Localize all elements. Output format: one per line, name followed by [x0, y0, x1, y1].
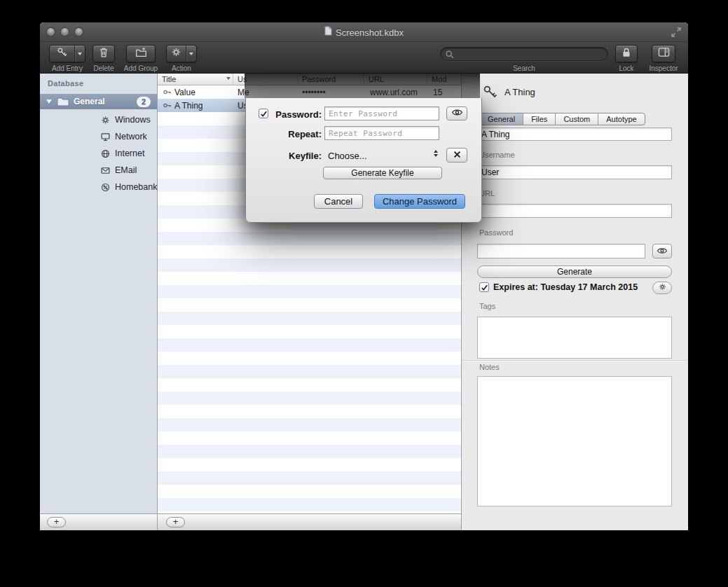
lock-icon: [620, 46, 633, 62]
app-window: Screenshot.kdbx: [40, 22, 688, 530]
sort-indicator-icon: [226, 77, 231, 80]
close-icon: [453, 150, 461, 160]
delete-label: Delete: [88, 64, 119, 72]
tags-label: Tags: [479, 302, 495, 310]
cancel-button[interactable]: Cancel: [314, 194, 363, 209]
repeat-input[interactable]: [324, 126, 439, 140]
keyfile-label: Keyfile:: [270, 151, 322, 161]
tab-files[interactable]: Files: [523, 113, 556, 125]
action-label: Action: [164, 64, 199, 72]
divider: [462, 360, 688, 361]
title-bar: Screenshot.kdbx: [40, 22, 688, 42]
search-group: Search: [437, 45, 612, 73]
sidebar-add-button[interactable]: +: [47, 517, 66, 527]
gear-icon: [170, 46, 182, 61]
clear-keyfile-button[interactable]: [446, 148, 467, 163]
sidebar-item-internet[interactable]: Internet: [40, 145, 157, 162]
search-input[interactable]: [458, 48, 601, 60]
delete-group: Delete: [88, 45, 119, 73]
fullscreen-icon[interactable]: [670, 27, 682, 38]
envelope-icon: [70, 165, 111, 176]
sidebar: Database General 2 Windows: [40, 74, 158, 513]
add-entry-dropdown[interactable]: [74, 46, 85, 62]
add-group-label: Add Group: [119, 64, 163, 72]
lock-button[interactable]: [615, 45, 638, 62]
password-input[interactable]: [324, 106, 439, 120]
column-header-title[interactable]: Title: [158, 74, 233, 85]
url-field[interactable]: [477, 204, 672, 218]
list-bottom-bar: +: [158, 513, 461, 530]
password-field[interactable]: [477, 244, 645, 258]
action-group: Action: [164, 45, 199, 73]
folder-icon: [57, 97, 69, 106]
keyfile-select[interactable]: Choose...: [324, 149, 441, 163]
eye-icon: [451, 108, 463, 119]
sheet-shadow-overlay: [245, 74, 480, 98]
reveal-password-button[interactable]: [446, 106, 467, 120]
expires-checkbox[interactable]: [479, 282, 489, 292]
tab-autotype[interactable]: Autotype: [598, 113, 644, 125]
password-settings-button[interactable]: [652, 282, 672, 294]
sidebar-item-label: EMail: [115, 165, 137, 175]
eye-icon: [657, 245, 668, 258]
chevron-down-icon: [78, 53, 82, 55]
reveal-password-button[interactable]: [652, 244, 672, 258]
tab-general[interactable]: General: [480, 113, 523, 125]
username-field[interactable]: [477, 165, 672, 179]
lock-label: Lock: [611, 64, 642, 72]
chevron-down-icon: [189, 53, 193, 55]
tab-custom[interactable]: Custom: [556, 113, 598, 125]
password-label: Password:: [270, 109, 322, 120]
window-title: Screenshot.kdbx: [336, 27, 404, 38]
change-password-sheet: Password: Repeat: Keyfile: Choose...: [245, 98, 482, 223]
monitor-icon: [70, 132, 111, 142]
sidebar-item-network[interactable]: Network: [40, 128, 157, 145]
gear-icon: [70, 115, 111, 125]
search-field: [440, 47, 608, 61]
add-group-button[interactable]: [126, 45, 156, 62]
globe-icon: [70, 149, 111, 159]
lock-group: Lock: [611, 45, 642, 73]
trash-icon: [97, 46, 110, 62]
tags-textarea[interactable]: [477, 317, 672, 359]
action-dropdown[interactable]: [186, 46, 196, 62]
sidebar-header: Database: [48, 79, 83, 88]
document-icon: [324, 26, 332, 39]
toolbar: Add Entry Delete: [40, 42, 688, 74]
inspector-group: Inspector: [643, 45, 684, 73]
inspector-toggle-button[interactable]: [652, 45, 675, 62]
title-field[interactable]: [477, 127, 672, 141]
password-checkbox[interactable]: [259, 109, 268, 118]
cell-title: A Thing: [174, 101, 202, 111]
repeat-label: Repeat:: [270, 129, 322, 139]
username-label: Username: [479, 151, 515, 159]
disclosure-triangle-icon[interactable]: [46, 99, 52, 104]
add-entry-button[interactable]: [50, 46, 74, 62]
add-group-group: Add Group: [119, 45, 163, 73]
percent-icon: [70, 182, 111, 193]
generate-keyfile-button[interactable]: Generate Keyfile: [323, 167, 442, 179]
inspector-tabs: General Files Custom Autotype: [479, 113, 645, 125]
entry-title: A Thing: [504, 87, 535, 97]
notes-textarea[interactable]: [477, 376, 672, 506]
sidebar-group-general[interactable]: General 2: [40, 94, 157, 109]
delete-button[interactable]: [92, 45, 115, 62]
add-entry-label: Add Entry: [46, 64, 88, 72]
inspector-panel: A Thing General Files Custom Autotype Us…: [461, 74, 688, 530]
expires-label: Expires at: Tuesday 17 March 2015: [493, 282, 638, 292]
action-button[interactable]: [167, 46, 186, 62]
desktop: Screenshot.kdbx: [0, 0, 728, 587]
sidebar-item-label: Network: [115, 132, 147, 141]
stepper-arrows-icon: [434, 150, 438, 157]
list-add-button[interactable]: +: [166, 517, 185, 527]
generate-password-button[interactable]: Generate: [477, 265, 672, 278]
check-icon: [481, 284, 488, 291]
inspector-label: Inspector: [643, 64, 684, 72]
sidebar-item-windows[interactable]: Windows: [40, 111, 157, 128]
change-password-button[interactable]: Change Password: [374, 194, 465, 209]
sidebar-item-label: Internet: [115, 149, 144, 158]
key-plus-icon: [56, 46, 69, 62]
sidebar-item-homebanking[interactable]: Homebanking: [40, 179, 157, 195]
sidebar-item-email[interactable]: EMail: [40, 162, 157, 179]
search-label: Search: [437, 64, 612, 72]
